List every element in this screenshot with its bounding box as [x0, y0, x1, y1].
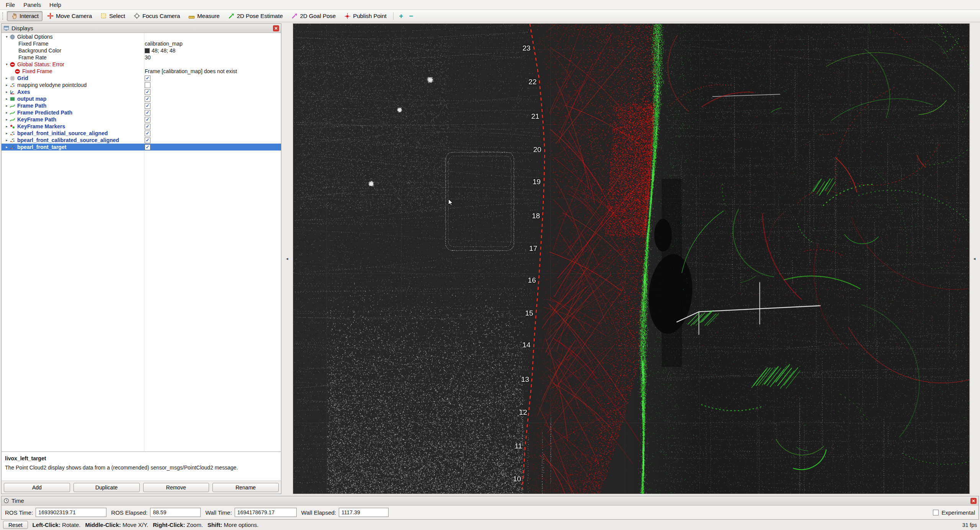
- display-enabled-checkbox[interactable]: ✓: [145, 75, 150, 81]
- tree-row-global-options[interactable]: ▾Global Options: [2, 33, 281, 40]
- time-field-input[interactable]: [235, 508, 297, 517]
- tree-row-frame-rate[interactable]: Frame Rate30: [2, 54, 281, 61]
- tree-label: Global Options: [17, 34, 53, 40]
- rename-button[interactable]: Rename: [212, 483, 279, 492]
- pointcloud-canvas: [293, 24, 969, 494]
- keyframe-label: 18: [532, 212, 540, 220]
- 3d-viewport[interactable]: 2322212019181716151413121110: [293, 23, 970, 494]
- collapse-left-icon[interactable]: ◂: [286, 256, 288, 261]
- experimental-checkbox[interactable]: [933, 510, 939, 515]
- pointcloud-icon: [10, 144, 15, 150]
- time-titlebar[interactable]: Time ✕: [2, 496, 978, 505]
- displays-titlebar[interactable]: Displays ✕: [2, 24, 281, 33]
- tree-row-axes[interactable]: ▸Axes✓: [2, 88, 281, 95]
- experimental-label: Experimental: [941, 509, 975, 516]
- tree-row-background-color[interactable]: Background Color48; 48; 48: [2, 47, 281, 54]
- expand-arrow-icon[interactable]: ▸: [4, 90, 10, 94]
- focus-camera-icon: [134, 13, 140, 19]
- tree-row-fixed-frame[interactable]: Fixed FrameFrame [calibration_map] does …: [2, 68, 281, 75]
- path-icon: [10, 103, 15, 109]
- display-enabled-checkbox[interactable]: ✓: [145, 110, 150, 116]
- tree-row-global-status-error[interactable]: ▾Global Status: Error: [2, 61, 281, 68]
- tree-row-bpearl-front-target[interactable]: ▸bpearl_front_target✓: [2, 144, 281, 150]
- menu-file[interactable]: File: [2, 0, 19, 9]
- tree-row-bpearl-front-calibrated-source-aligned[interactable]: ▸bpearl_front_calibrated_source_aligned✓: [2, 137, 281, 144]
- tool-label: Publish Point: [353, 13, 387, 19]
- expand-arrow-icon[interactable]: ▸: [4, 104, 10, 108]
- time-field-input[interactable]: [36, 508, 106, 517]
- display-enabled-checkbox[interactable]: [145, 82, 150, 88]
- tool-pose-estimate-button[interactable]: 2D Pose Estimate: [224, 11, 287, 21]
- tree-row-keyframe-markers[interactable]: ▸KeyFrame Markers✓: [2, 123, 281, 130]
- expand-arrow-icon[interactable]: ▸: [4, 145, 10, 149]
- expand-arrow-icon[interactable]: ▸: [4, 131, 10, 135]
- tree-row-frame-path[interactable]: ▸Frame Path✓: [2, 102, 281, 109]
- display-enabled-checkbox[interactable]: ✓: [145, 137, 150, 143]
- display-enabled-checkbox[interactable]: ✓: [145, 117, 150, 123]
- panel-splitter[interactable]: ◂: [281, 23, 293, 494]
- display-enabled-checkbox[interactable]: ✓: [145, 131, 150, 136]
- tool-publish-point-button[interactable]: Publish Point: [340, 11, 390, 21]
- tool-select-button[interactable]: Select: [96, 11, 129, 21]
- tool-goal-pose-button[interactable]: 2D Goal Pose: [287, 11, 340, 21]
- keyframe-label: 12: [519, 408, 527, 417]
- remove-button[interactable]: Remove: [143, 483, 209, 492]
- tree-label: bpearl_front_target: [17, 144, 66, 150]
- menu-bar: File Panels Help: [0, 0, 980, 10]
- duplicate-button[interactable]: Duplicate: [74, 483, 140, 492]
- expand-views-icon[interactable]: ◂: [973, 256, 976, 261]
- tool-interact-button[interactable]: Interact: [7, 11, 42, 21]
- time-close-button[interactable]: ✕: [970, 498, 977, 504]
- displays-tree: ▾Global OptionsFixed Framecalibration_ma…: [2, 33, 281, 451]
- tree-value: ✓: [145, 95, 150, 102]
- collapse-arrow-icon[interactable]: ▾: [4, 62, 10, 66]
- display-enabled-checkbox[interactable]: ✓: [145, 103, 150, 109]
- add-button[interactable]: Add: [4, 483, 70, 492]
- publish-point-icon: [344, 13, 351, 19]
- display-enabled-checkbox[interactable]: ✓: [145, 96, 150, 102]
- display-enabled-checkbox[interactable]: ✓: [145, 124, 150, 129]
- tool-focus-camera-button[interactable]: Focus Camera: [130, 11, 184, 21]
- menu-panels[interactable]: Panels: [19, 0, 45, 9]
- path-icon: [10, 117, 15, 123]
- views-panel-collapsed-strip[interactable]: ◂: [970, 23, 979, 494]
- tool-measure-button[interactable]: Measure: [185, 11, 223, 21]
- display-enabled-checkbox[interactable]: ✓: [145, 144, 150, 150]
- toolbar-drag-handle[interactable]: [2, 12, 5, 20]
- keyframe-label: 10: [513, 475, 521, 483]
- tree-label: Background Color: [18, 47, 61, 54]
- expand-arrow-icon[interactable]: ▸: [4, 138, 10, 142]
- expand-arrow-icon[interactable]: ▸: [4, 76, 10, 80]
- time-field-wall-time: Wall Time:: [205, 508, 296, 517]
- remove-tool-button[interactable]: −: [406, 11, 416, 21]
- time-field-input[interactable]: [150, 508, 201, 517]
- tree-row-frame-predicted-path[interactable]: ▸Frame Predicted Path✓: [2, 109, 281, 116]
- tree-row-fixed-frame[interactable]: Fixed Framecalibration_map: [2, 40, 281, 47]
- collapse-arrow-icon[interactable]: ▾: [4, 35, 10, 39]
- tree-row-bpearl-front-initial-source-aligned[interactable]: ▸bpearl_front_initial_source_aligned✓: [2, 130, 281, 137]
- expand-arrow-icon[interactable]: ▸: [4, 124, 10, 128]
- add-tool-button[interactable]: +: [396, 11, 406, 21]
- tree-value: ✓: [145, 88, 150, 95]
- error-icon: [10, 62, 15, 67]
- time-field-input[interactable]: [339, 508, 389, 517]
- tree-row-grid[interactable]: ▸Grid✓: [2, 75, 281, 82]
- tool-move-camera-button[interactable]: Move Camera: [43, 11, 96, 21]
- reset-button[interactable]: Reset: [3, 521, 28, 529]
- expand-arrow-icon[interactable]: ▸: [4, 97, 10, 101]
- mouse-cursor-icon: [447, 198, 456, 207]
- expand-arrow-icon[interactable]: ▸: [4, 83, 10, 87]
- move-camera-icon: [47, 13, 54, 19]
- expand-arrow-icon[interactable]: ▸: [4, 111, 10, 115]
- keyframe-label: 14: [523, 341, 531, 349]
- tree-row-mapping-velodyne-pointcloud[interactable]: ▸mapping velodyne pointcloud: [2, 82, 281, 88]
- expand-arrow-icon[interactable]: ▸: [4, 118, 10, 121]
- tree-row-output-map[interactable]: ▸output map✓: [2, 95, 281, 102]
- tree-row-keyframe-path[interactable]: ▸KeyFrame Path✓: [2, 116, 281, 123]
- menu-help[interactable]: Help: [45, 0, 65, 9]
- tree-value: ✓: [145, 102, 150, 109]
- tree-value: ✓: [145, 116, 150, 123]
- select-icon: [100, 13, 107, 19]
- display-enabled-checkbox[interactable]: ✓: [145, 89, 150, 95]
- displays-close-button[interactable]: ✕: [273, 25, 279, 31]
